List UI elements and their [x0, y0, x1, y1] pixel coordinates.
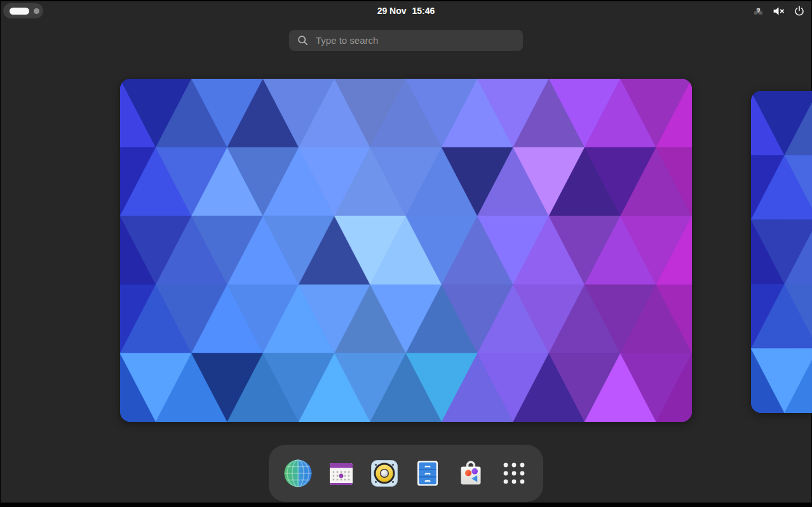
- dock-app-software[interactable]: [456, 458, 486, 489]
- shopping-bag-icon: [456, 458, 486, 489]
- power-icon[interactable]: [794, 5, 805, 17]
- dock-app-files[interactable]: [412, 458, 443, 489]
- system-status-area[interactable]: ?: [753, 1, 805, 20]
- dock: [269, 445, 543, 502]
- volume-muted-icon[interactable]: [772, 5, 785, 17]
- globe-icon: [283, 458, 313, 489]
- dock-app-calendar[interactable]: [326, 458, 356, 489]
- search-icon: [297, 34, 309, 46]
- dock-app-web[interactable]: [283, 458, 313, 489]
- wallpaper-current: [120, 79, 692, 422]
- speaker-icon: [369, 458, 400, 489]
- app-grid-icon: [499, 458, 529, 489]
- gnome-activities-overview: 29 Nov15:46 ?: [1, 1, 811, 503]
- dock-app-music[interactable]: [369, 458, 400, 489]
- clock-time: 15:46: [412, 6, 435, 16]
- wallpaper-next: [751, 91, 812, 413]
- dock-show-apps[interactable]: [499, 458, 529, 489]
- clock-date: 29 Nov: [377, 6, 407, 16]
- filing-cabinet-icon: [412, 458, 443, 489]
- svg-text:?: ?: [756, 7, 760, 15]
- workspace-preview-current[interactable]: [120, 79, 692, 422]
- search-bar[interactable]: [289, 30, 523, 51]
- search-input[interactable]: [315, 34, 515, 46]
- network-question-icon[interactable]: ?: [753, 6, 764, 17]
- calendar-icon: [326, 458, 356, 489]
- top-bar: 29 Nov15:46 ?: [1, 1, 811, 20]
- workspace-preview-next[interactable]: [751, 91, 812, 413]
- clock-menu-button[interactable]: 29 Nov15:46: [1, 1, 811, 20]
